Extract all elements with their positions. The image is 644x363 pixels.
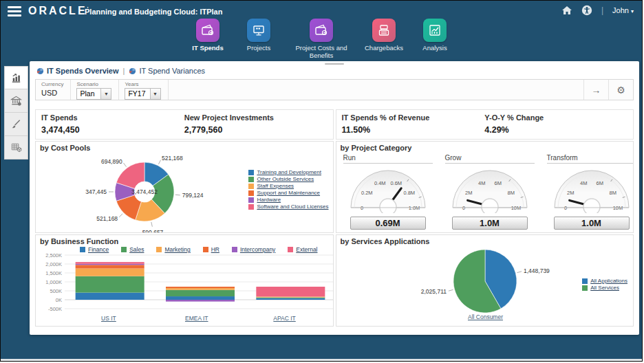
financials-bank-icon[interactable]: [4, 89, 28, 113]
years-select[interactable]: FY17 ▼: [125, 88, 160, 100]
filter-bar: Currency USD Scenario Plan ▼ Years FY17 …: [35, 79, 634, 100]
svg-text:1,000K: 1,000K: [45, 279, 62, 285]
card-title: by Business Function: [40, 237, 329, 245]
svg-text:799,124: 799,124: [182, 192, 204, 199]
legend-item[interactable]: Sales: [121, 246, 144, 253]
legend-item[interactable]: Hardware: [248, 197, 328, 203]
legend-swatch: [288, 247, 293, 252]
side-rail: [4, 66, 28, 160]
cost-pools-card: by Cost Pools 521,168799,124590,657521,1…: [35, 141, 334, 233]
svg-text:0K: 0K: [56, 297, 62, 303]
chevron-down-icon[interactable]: ▼: [150, 89, 160, 99]
svg-text:4M: 4M: [580, 180, 587, 186]
legend-swatch: [248, 170, 254, 175]
legend-swatch: [156, 247, 162, 252]
gauge-value: 1.0M: [554, 217, 630, 230]
legend-item[interactable]: Intercompany: [232, 246, 276, 253]
svg-text:6M: 6M: [494, 180, 501, 186]
nav-item-project-costs-benefits[interactable]: Project Costs and Benefits: [288, 19, 355, 60]
accessibility-icon[interactable]: [581, 5, 592, 16]
legend-item[interactable]: Marketing: [156, 246, 190, 253]
home-icon[interactable]: [561, 5, 572, 16]
hamburger-menu-icon[interactable]: [8, 6, 21, 16]
legend-item[interactable]: Finance: [80, 246, 109, 253]
svg-text:8M: 8M: [609, 190, 616, 196]
currency-value: USD: [41, 89, 63, 97]
scenario-select[interactable]: Plan ▼: [76, 88, 111, 100]
category-link[interactable]: APAC IT: [241, 315, 329, 322]
kpi-card-right: IT Spends % of Revenue 11.50% Y-O-Y % Ch…: [336, 109, 634, 140]
svg-text:0.8M: 0.8M: [403, 190, 415, 196]
user-caret-icon: ▾: [631, 8, 634, 14]
cost-pools-donut-chart: 521,168799,124590,657521,168347,445694,8…: [40, 152, 267, 233]
tab-it-spend-variances[interactable]: IT Spend Variances: [129, 67, 205, 75]
business-function-bar-chart: -500K0K500K1,000K1,500K2,000K2,500K: [40, 253, 334, 312]
project-category-card: by Project Category Run 00.2M0.4M0.6M0.8…: [336, 141, 634, 233]
kpi-it-spends: IT Spends 3,474,450: [41, 113, 184, 135]
legend-swatch: [121, 247, 127, 252]
category-link[interactable]: EMEA IT: [153, 315, 241, 322]
nav-item-chargebacks[interactable]: Chargebacks: [362, 19, 406, 60]
legend-item[interactable]: Training and Development: [248, 169, 328, 175]
legend-item[interactable]: All Applications: [582, 278, 627, 284]
svg-text:6M: 6M: [596, 180, 603, 186]
svg-text:0.6M: 0.6M: [390, 180, 402, 186]
svg-text:2M: 2M: [567, 190, 574, 196]
main-navigation: IT Spends Projects Project Costs and Ben…: [1, 19, 642, 60]
go-arrow-button[interactable]: →: [583, 80, 608, 100]
legend-item[interactable]: Staff Expenses: [248, 183, 328, 189]
nav-item-analysis[interactable]: Analysis: [413, 19, 457, 60]
dashboard-icon: [36, 67, 44, 75]
business-function-legend: Finance Sales Marketing HR Intercompany …: [80, 246, 318, 253]
legend-item[interactable]: Software and Cloud Licenses: [248, 204, 328, 210]
dashboard-chart-icon[interactable]: [4, 66, 28, 89]
category-link[interactable]: US IT: [65, 315, 153, 322]
legend-item[interactable]: External: [288, 246, 317, 253]
currency-filter: Currency USD: [36, 80, 71, 100]
top-bar: ORACLE’ Planning and Budgeting Cloud: IT…: [1, 1, 642, 61]
card-title: by Project Category: [341, 144, 630, 152]
user-menu[interactable]: John ▾: [612, 6, 634, 14]
monitor-icon: [247, 19, 270, 42]
settings-gear-button[interactable]: ⚙: [608, 80, 633, 100]
business-function-card: by Business Function Finance Sales Marke…: [35, 234, 334, 327]
all-consumer-link[interactable]: All Consumer: [468, 314, 503, 320]
legend-item[interactable]: HR: [203, 246, 219, 253]
svg-text:1,448,739: 1,448,739: [524, 267, 550, 274]
svg-text:-500K: -500K: [48, 306, 62, 312]
nav-item-projects[interactable]: Projects: [237, 19, 281, 60]
legend-item[interactable]: Support and Maintenance: [248, 190, 328, 196]
dashboard-panel: IT Spends Overview | IT Spend Variances …: [30, 61, 639, 335]
svg-text:347,445: 347,445: [85, 188, 107, 195]
legend-swatch: [232, 247, 237, 252]
svg-text:521,168: 521,168: [96, 215, 118, 222]
svg-text:0.4M: 0.4M: [374, 180, 385, 186]
chevron-down-icon[interactable]: ▼: [100, 89, 111, 99]
dashboard-icon: [129, 67, 136, 75]
svg-text:1,500K: 1,500K: [45, 270, 62, 276]
tab-it-spends-overview[interactable]: IT Spends Overview: [36, 67, 119, 75]
adhoc-grid-cube-icon[interactable]: [4, 136, 28, 160]
panel-drag-handle[interactable]: [325, 63, 344, 65]
window-bottom-edge: [1, 359, 642, 361]
legend-swatch: [248, 197, 254, 203]
services-legend: All Applications All Services: [582, 278, 627, 292]
chart-icon: [423, 19, 447, 42]
scenario-filter: Scenario Plan ▼: [71, 80, 119, 100]
gauge-transform: Transform 02M4M6M8M10M 1.0M: [546, 154, 634, 230]
legend-item[interactable]: Other Outside Services: [248, 176, 328, 182]
legend-item[interactable]: All Services: [582, 285, 627, 291]
legend-swatch: [582, 278, 588, 284]
legend-swatch: [248, 177, 254, 182]
card-title: by Services Applications: [341, 237, 630, 245]
gauge-dial: 02M4M6M8M10M: [546, 164, 634, 213]
svg-text:590,657: 590,657: [142, 229, 164, 233]
gauge-run: Run 00.2M0.4M0.6M0.8M1.0M 0.69M: [342, 154, 434, 230]
tab-separator: |: [123, 67, 125, 75]
gauge-grow: Grow 02M4M6M8M10M 1.0M: [444, 154, 536, 230]
format-brush-icon[interactable]: [4, 113, 28, 136]
nav-item-it-spends[interactable]: IT Spends: [186, 19, 230, 60]
gauge-dial: 02M4M6M8M10M: [444, 164, 536, 213]
app-title: Planning and Budgeting Cloud: ITPlan: [85, 8, 222, 16]
svg-text:8M: 8M: [507, 190, 514, 196]
